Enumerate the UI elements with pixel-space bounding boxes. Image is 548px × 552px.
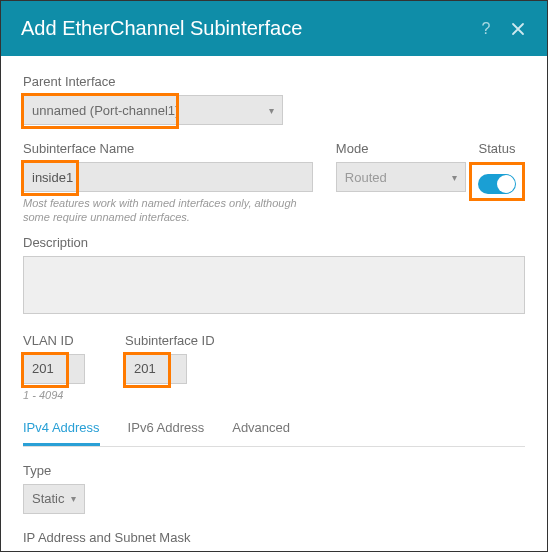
chevron-down-icon: ▾ — [71, 493, 76, 504]
help-icon[interactable]: ? — [477, 20, 495, 38]
subinterface-id-label: Subinterface ID — [125, 333, 215, 348]
subinterface-id-value: 201 — [134, 361, 156, 376]
parent-interface-field: Parent Interface unnamed (Port-channel1)… — [23, 74, 525, 125]
description-input[interactable] — [23, 256, 525, 314]
parent-interface-select[interactable]: unnamed (Port-channel1) ▾ — [23, 95, 283, 125]
address-tabs: IPv4 Address IPv6 Address Advanced — [23, 412, 525, 447]
mode-field: Mode Routed ▾ — [336, 141, 469, 192]
mode-value: Routed — [345, 170, 387, 185]
tab-ipv4[interactable]: IPv4 Address — [23, 412, 100, 446]
vlan-id-value: 201 — [32, 361, 54, 376]
toggle-knob — [497, 175, 515, 193]
description-label: Description — [23, 235, 525, 250]
mode-label: Mode — [336, 141, 469, 156]
tab-advanced[interactable]: Advanced — [232, 412, 290, 446]
subinterface-name-hint: Most features work with named interfaces… — [23, 196, 318, 225]
subinterface-name-value: inside1 — [32, 170, 73, 185]
dialog-body: Parent Interface unnamed (Port-channel1)… — [1, 56, 547, 552]
dialog-header: Add EtherChannel Subinterface ? — [1, 1, 547, 56]
subinterface-name-input[interactable]: inside1 — [23, 162, 313, 192]
type-select[interactable]: Static ▾ — [23, 484, 85, 514]
status-highlight — [469, 162, 525, 201]
type-field: Type Static ▾ — [23, 463, 525, 514]
dialog-title: Add EtherChannel Subinterface — [21, 17, 463, 40]
vlan-id-hint: 1 - 4094 — [23, 388, 85, 402]
status-field: Status — [469, 141, 525, 204]
vlan-id-input[interactable]: 201 — [23, 354, 85, 384]
vlan-id-label: VLAN ID — [23, 333, 85, 348]
subinterface-id-field: Subinterface ID 201 — [125, 333, 215, 384]
subinterface-id-input[interactable]: 201 — [125, 354, 187, 384]
type-label: Type — [23, 463, 525, 478]
subinterface-name-field: Subinterface Name inside1 Most features … — [23, 141, 318, 225]
mode-select[interactable]: Routed ▾ — [336, 162, 466, 192]
subinterface-name-label: Subinterface Name — [23, 141, 318, 156]
status-toggle[interactable] — [478, 174, 516, 194]
tab-ipv6[interactable]: IPv6 Address — [128, 412, 205, 446]
type-value: Static — [32, 491, 65, 506]
close-icon[interactable] — [509, 20, 527, 38]
ip-address-field: IP Address and Subnet Mask 192.168.201.1… — [23, 530, 525, 552]
status-label: Status — [469, 141, 525, 156]
ip-address-label: IP Address and Subnet Mask — [23, 530, 525, 545]
description-field: Description — [23, 235, 525, 317]
parent-interface-label: Parent Interface — [23, 74, 525, 89]
chevron-down-icon: ▾ — [452, 172, 457, 183]
vlan-id-field: VLAN ID 201 1 - 4094 — [23, 333, 85, 402]
parent-interface-value: unnamed (Port-channel1) — [32, 103, 179, 118]
chevron-down-icon: ▾ — [269, 105, 274, 116]
